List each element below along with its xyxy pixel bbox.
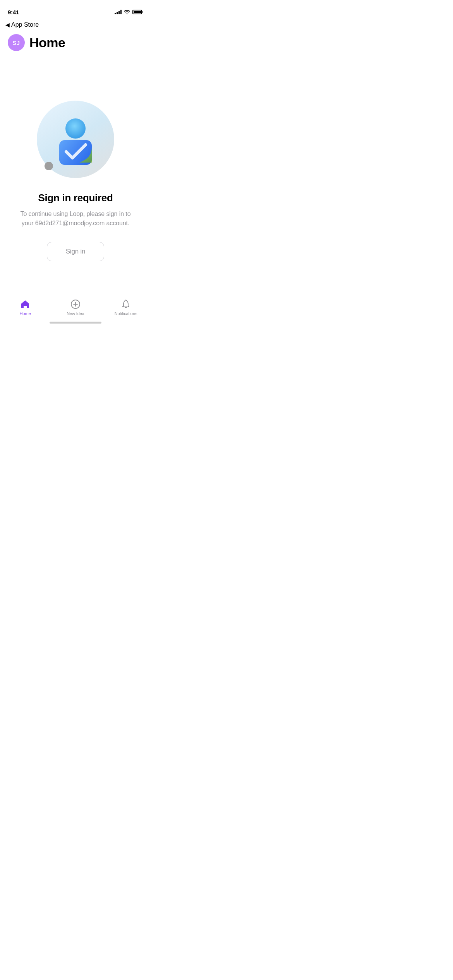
tab-home[interactable]: Home [0,299,50,316]
small-dot-decoration [45,162,53,170]
tab-notifications[interactable]: Notifications [101,299,151,316]
svg-point-0 [65,118,86,139]
back-arrow-icon: ◀ [5,22,10,28]
home-tab-icon [20,299,31,310]
sign-in-button[interactable]: Sign in [47,242,105,261]
home-indicator [50,322,101,324]
sign-in-illustration [37,101,114,178]
sign-in-description: To continue using Loop, please sign in t… [19,209,132,228]
page-header: SJ Home [0,29,151,54]
avatar-initials: SJ [12,39,20,46]
tab-new-idea[interactable]: New Idea [50,299,101,316]
sign-in-section: Sign in required To continue using Loop,… [15,192,136,228]
notifications-tab-label: Notifications [115,311,137,316]
status-time: 9:41 [8,9,19,15]
main-content: Sign in required To continue using Loop,… [0,54,151,277]
status-bar: 9:41 [0,0,151,19]
status-icons [115,10,143,14]
home-tab-label: Home [20,311,31,316]
new-idea-tab-label: New Idea [67,311,84,316]
battery-icon [132,10,143,14]
page-title: Home [29,35,65,50]
notifications-tab-icon [120,299,131,310]
avatar[interactable]: SJ [8,34,25,51]
wifi-icon [124,10,130,14]
app-store-nav[interactable]: ◀ App Store [0,19,151,29]
person-icon [48,112,103,166]
app-store-label: App Store [11,21,39,28]
sign-in-title: Sign in required [19,192,132,204]
signal-icon [115,10,122,14]
new-idea-tab-icon [70,299,81,310]
